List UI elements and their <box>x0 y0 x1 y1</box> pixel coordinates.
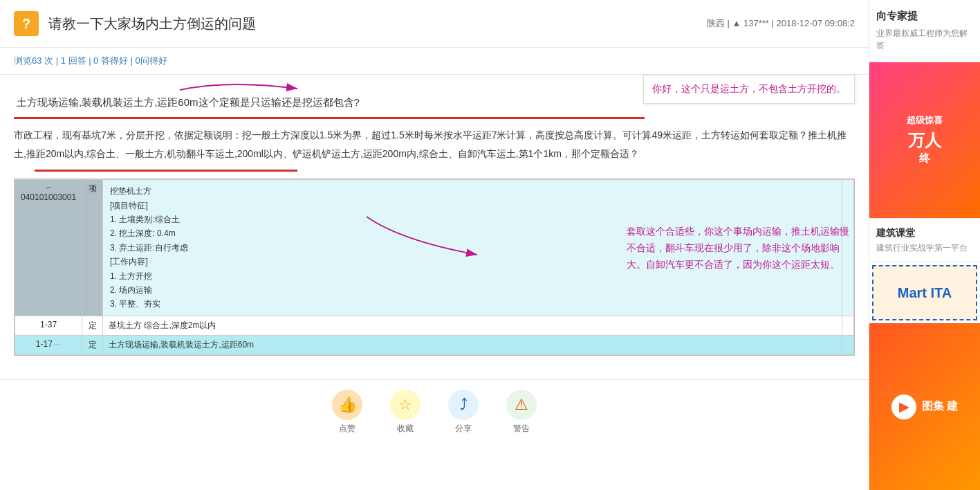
action-bar: 👍 点赞 ☆ 收藏 ⤴ 分享 ⚠ 警告 <box>0 379 869 444</box>
mart-ita-box: Mart ITA <box>872 265 977 320</box>
post-title: 请教一下大家场内土方倒运的问题 <box>48 15 693 33</box>
sidebar-album[interactable]: ▶ 图集 建 <box>869 323 980 490</box>
expert-title: 向专家提 <box>876 10 973 23</box>
share-icon: ⤴ <box>448 390 479 420</box>
underline-1 <box>14 117 645 119</box>
body-text: 市政工程，现有基坑7米，分层开挖，依据定额说明：挖一般土方深度以1.5米为界，超… <box>14 126 855 163</box>
course-title: 建筑课堂 <box>876 227 973 239</box>
sidebar-expert: 向专家提 业界最权威工程师为您解答 <box>869 0 980 62</box>
ad-super-label: 超级惊喜 <box>907 114 943 127</box>
underline-2 <box>35 170 297 172</box>
stats-text[interactable]: 浏览63 次 | 1 回答 | 0 答得好 | 0问得好 <box>14 55 167 66</box>
post-body: 你好，这个只是运土方，不包含土方开挖的。 土方现场运输,装载机装运土方,运距60… <box>0 75 869 372</box>
warn-icon: ⚠ <box>506 390 537 420</box>
question-icon: ? <box>14 11 39 36</box>
post-header: ? 请教一下大家场内土方倒运的问题 陕西 | ▲ 137*** | 2018-1… <box>0 0 869 48</box>
star-button[interactable]: ☆ 收藏 <box>390 390 420 435</box>
arrow-annotation-1 <box>173 76 311 104</box>
arrow-annotation-2 <box>360 213 498 269</box>
like-icon: 👍 <box>332 390 362 420</box>
share-button[interactable]: ⤴ 分享 <box>448 390 479 435</box>
expert-desc: 业界最权威工程师为您解答 <box>876 27 973 52</box>
ad-main-label: 万人 <box>908 129 941 152</box>
sidebar-ad[interactable]: 超级惊喜 万人 终 <box>869 62 980 218</box>
table-row: 1-37 定 基坑土方 综合土,深度2m以内 <box>15 316 854 335</box>
post-meta: 陕西 | ▲ 137*** | 2018-12-07 09:08:2 <box>707 17 855 30</box>
right-sidebar: 向专家提 业界最权威工程师为您解答 超级惊喜 万人 终 建筑课堂 建筑行业实战学… <box>869 0 980 490</box>
comment-bubble-1: 你好，这个只是运土方，不包含土方开挖的。 <box>643 75 855 104</box>
comment-bubble-2: 套取这个合适些，你这个事场内运输，推土机运输慢不合适，翻斗车现在很少用了，除非这… <box>627 224 855 273</box>
stats-bar: 浏览63 次 | 1 回答 | 0 答得好 | 0问得好 <box>0 48 869 75</box>
album-label: 图集 建 <box>922 399 958 414</box>
course-desc: 建筑行业实战学第一平台 <box>876 242 973 254</box>
album-play-icon: ▶ <box>891 394 916 419</box>
warn-button[interactable]: ⚠ 警告 <box>506 390 537 435</box>
table-row-selected: 1-17 ··· 定 土方现场运输,装载机装运土方,运距60m <box>15 335 854 354</box>
sidebar-course: 建筑课堂 建筑行业实战学第一平台 <box>869 218 980 263</box>
like-button[interactable]: 👍 点赞 <box>332 390 362 435</box>
star-icon: ☆ <box>390 390 420 420</box>
ad-sub-label: 终 <box>919 152 930 166</box>
